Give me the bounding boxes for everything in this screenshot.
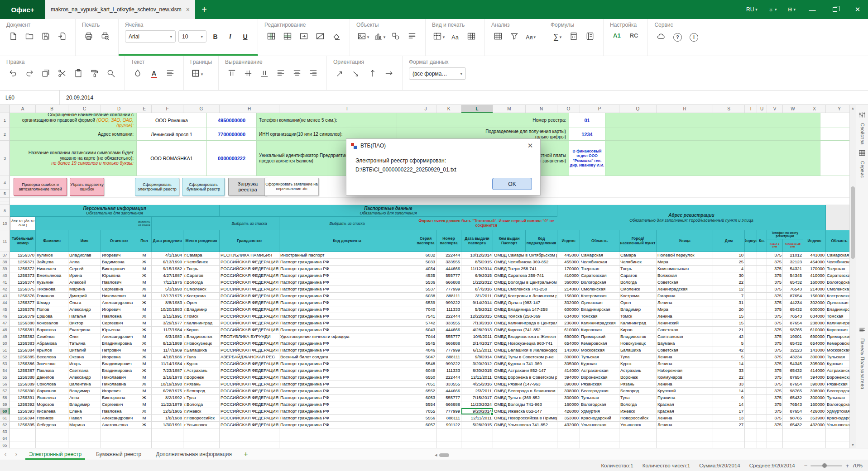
row-header-42[interactable]: 42 xyxy=(0,286,10,293)
table-column-header[interactable]: Индекс xyxy=(803,230,826,252)
cell[interactable]: Морозов xyxy=(36,401,68,408)
cell[interactable]: ОМВД Саратова 258-741 xyxy=(493,272,557,279)
cell[interactable]: РОССИЙСКАЯ ФЕДЕРАЦИЯ xyxy=(220,401,279,408)
cell[interactable] xyxy=(619,435,657,442)
cell[interactable]: 5548 xyxy=(415,361,436,367)
cell[interactable]: М xyxy=(137,415,152,422)
cell[interactable]: 5 xyxy=(713,340,745,347)
column-header-K[interactable]: K xyxy=(436,105,461,113)
row-header-46[interactable]: 46 xyxy=(0,313,10,320)
cell[interactable]: Тульская xyxy=(580,395,619,401)
cell[interactable]: 4/1/1984 xyxy=(152,252,183,259)
cell[interactable]: Астраханская xyxy=(826,367,849,374)
cell[interactable]: ОМВД Балашихи в Железнодор xyxy=(493,347,557,354)
cell[interactable]: ОМВД Орла в (983-147 xyxy=(493,300,557,306)
cell[interactable]: РОССИЙСКАЯ ФЕДЕРАЦИЯ xyxy=(220,415,279,422)
freeze-panes-button[interactable]: ▾ xyxy=(432,30,446,44)
cell[interactable]: Вологодская xyxy=(580,401,619,408)
table-column-header[interactable]: Код документа xyxy=(279,230,415,252)
formula-input[interactable]: 20.09.2014 xyxy=(60,90,93,105)
cell[interactable]: М xyxy=(137,293,152,300)
cell[interactable]: Александр xyxy=(68,306,101,313)
cell[interactable]: ОМВД Новокузнецка 963-741 xyxy=(493,340,557,347)
cell[interactable]: 87654 xyxy=(783,381,803,388)
cell[interactable]: 214000 xyxy=(803,286,826,293)
column-header-L[interactable]: L xyxy=(461,105,493,113)
cell[interactable] xyxy=(101,442,137,448)
find-button[interactable] xyxy=(104,67,118,81)
calculation-button[interactable] xyxy=(567,30,580,44)
cell[interactable]: Владимировна xyxy=(101,367,137,374)
cell[interactable]: 87654 xyxy=(783,293,803,300)
cell[interactable] xyxy=(745,374,757,381)
column-header-X[interactable]: X xyxy=(803,105,826,113)
cell[interactable]: 305000 xyxy=(803,361,826,367)
cell[interactable]: ОМВД Астрахани 852-147 xyxy=(493,367,557,374)
column-header-S[interactable]: S xyxy=(713,105,745,113)
cell[interactable]: 300000 xyxy=(803,395,826,401)
cell[interactable]: 22 xyxy=(713,279,745,286)
cell[interactable]: Томская xyxy=(580,313,619,320)
cell[interactable]: 1256373 xyxy=(10,272,36,279)
table-column-header[interactable]: Место рождения xyxy=(183,230,220,252)
cell[interactable]: Паспорт гражданина РФ xyxy=(279,374,415,381)
cell[interactable] xyxy=(68,428,101,435)
row-header-45[interactable]: 45 xyxy=(0,306,10,313)
cell[interactable]: 5 xyxy=(713,354,745,361)
cell[interactable]: 375 xyxy=(767,388,783,395)
row-header-54[interactable]: 54 xyxy=(0,367,10,374)
cell[interactable]: Удмуртская xyxy=(826,408,849,415)
add-sheet-button[interactable]: + xyxy=(239,448,253,460)
cell[interactable]: Красная xyxy=(657,401,713,408)
properties-panel-button[interactable]: Свойства xyxy=(858,111,866,145)
cell[interactable]: Марина xyxy=(68,286,101,293)
cell[interactable]: 143000 xyxy=(803,347,826,354)
subdivision-value[interactable]: 1234 xyxy=(569,128,605,140)
cell[interactable]: 10 xyxy=(713,252,745,259)
column-header-B[interactable]: B xyxy=(36,105,68,113)
cell[interactable]: Шмидт xyxy=(36,300,68,306)
cell[interactable] xyxy=(745,306,757,313)
cell[interactable]: Светлана xyxy=(68,367,101,374)
column-header-G[interactable]: G xyxy=(183,105,220,113)
cell[interactable]: 4/18/1986 xyxy=(152,354,183,361)
cell[interactable]: 10/19/1990 xyxy=(152,381,183,388)
cell[interactable]: 20 xyxy=(713,306,745,313)
cell[interactable]: Астраханская xyxy=(580,367,619,374)
row-header-11[interactable]: 11 xyxy=(0,230,10,252)
cell[interactable]: Коновалов xyxy=(36,320,68,327)
row-header-37[interactable]: 37 xyxy=(0,252,10,259)
cell[interactable]: 11/22/1979 xyxy=(152,401,183,408)
cell[interactable] xyxy=(767,442,783,448)
vertical-scroll-thumb[interactable] xyxy=(851,186,855,259)
cell[interactable]: Анна xyxy=(68,395,101,401)
cell[interactable]: 1256383 xyxy=(10,340,36,347)
cell[interactable] xyxy=(36,435,68,442)
cell[interactable]: 2/3/2011 xyxy=(461,388,493,395)
cell[interactable]: 555777 xyxy=(436,395,461,401)
cell[interactable]: Ж xyxy=(137,327,152,333)
show-grid-button[interactable] xyxy=(465,30,478,44)
cell[interactable]: РОССИЙСКАЯ ФЕДЕРАЦИЯ xyxy=(220,395,279,401)
cell[interactable] xyxy=(745,428,757,435)
cell[interactable]: 236000 xyxy=(557,320,580,327)
cell[interactable] xyxy=(220,442,279,448)
print-preview-button[interactable] xyxy=(98,30,112,44)
cell[interactable]: г.Орел xyxy=(183,300,220,306)
merge-cells-button[interactable] xyxy=(297,30,311,44)
cell[interactable]: 5/28/2015 xyxy=(461,422,493,428)
cell[interactable]: 87654 xyxy=(783,374,803,381)
row-header-59[interactable]: 59 xyxy=(0,401,10,408)
cell[interactable]: Дмитрий xyxy=(68,293,101,300)
row-header-56[interactable]: 56 xyxy=(0,381,10,388)
cell[interactable]: Викторович xyxy=(101,266,137,272)
cell[interactable]: Тверская xyxy=(580,266,619,272)
cell[interactable]: РОССИЙСКАЯ ФЕДЕРАЦИЯ xyxy=(220,313,279,320)
cell[interactable]: Рязанская xyxy=(826,381,849,388)
cell[interactable]: Паспорт гражданина РФ xyxy=(279,266,415,272)
cell[interactable]: ОМВД Тулы в (369-852 xyxy=(493,395,557,401)
column-header-U[interactable]: U xyxy=(757,105,767,113)
cell[interactable]: 375 xyxy=(767,401,783,408)
borders-button[interactable]: ▾ xyxy=(190,67,204,81)
row-header-61[interactable]: 61 xyxy=(0,415,10,422)
